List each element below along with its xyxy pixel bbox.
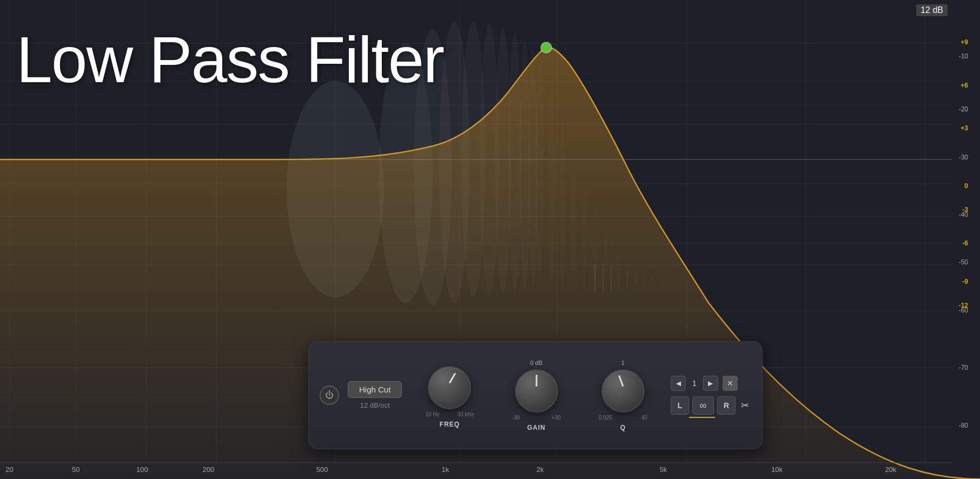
freq-2k: 2k [537, 465, 544, 474]
svg-point-47 [707, 284, 710, 300]
scale-minus60: -60 [959, 307, 968, 314]
gain-knob-wrapper [515, 369, 558, 413]
scale-minus80: -80 [959, 422, 968, 429]
freq-10k: 10k [771, 465, 783, 474]
power-button[interactable]: ⏻ [320, 385, 339, 405]
scissors-button[interactable]: ✂ [739, 397, 751, 414]
lr-underline [689, 417, 715, 418]
svg-point-59 [541, 42, 552, 53]
scale-minus6: -6 [962, 239, 968, 247]
scale-plus3: +3 [961, 124, 968, 132]
close-button[interactable]: ✕ [723, 376, 738, 391]
q-label: Q [620, 424, 626, 431]
nav-section: ◀ 1 ▶ ✕ L ∞ R ✂ [671, 376, 751, 415]
gain-range: -30 +30 [512, 415, 561, 421]
q-range: 0.025 40 [599, 415, 647, 421]
control-panel: ⏻ High Cut 12 dB/oct 10 Hz 30 kHz FREQ 0… [308, 341, 763, 449]
freq-1k: 1k [442, 465, 449, 474]
scale-minus70: -70 [959, 364, 968, 371]
q-knob-wrapper [601, 369, 645, 413]
scale-zero: 0 [964, 182, 968, 190]
scale-plus9: +9 [961, 38, 968, 46]
scale-minus40: -40 [959, 211, 968, 218]
q-top-label: 1 [621, 360, 625, 366]
gain-label: GAIN [527, 424, 546, 431]
link-button[interactable]: ∞ [692, 396, 714, 415]
freq-max: 30 kHz [457, 411, 474, 417]
scale-minus30: -30 [959, 154, 968, 161]
lr-row: L ∞ R ✂ [671, 396, 751, 415]
freq-50: 50 [72, 465, 80, 474]
scale-plus6: +6 [961, 82, 968, 89]
page-title: Low Pass Filter [16, 27, 443, 92]
filter-type-button[interactable]: High Cut [348, 381, 402, 398]
right-scale: +9 -10 +6 -20 +3 -30 0 -3 -40 -6 -50 -9 … [945, 0, 975, 479]
scale-minus50: -50 [959, 258, 968, 266]
filter-section: High Cut 12 dB/oct [348, 381, 402, 409]
left-channel-button[interactable]: L [671, 396, 689, 415]
freq-5k: 5k [660, 465, 667, 474]
q-knob[interactable] [601, 369, 645, 413]
freq-20k: 20k [885, 465, 896, 474]
right-channel-button[interactable]: R [717, 396, 736, 415]
q-min: 0.025 [599, 415, 612, 421]
freq-knob-section: 10 Hz 30 kHz FREQ [410, 363, 488, 428]
freq-100: 100 [136, 465, 148, 474]
gain-top-label: 0 dB [530, 360, 542, 366]
gain-max: +30 [552, 415, 561, 421]
freq-20: 20 [5, 465, 13, 474]
freq-min: 10 Hz [425, 411, 439, 417]
scale-minus20: -20 [959, 105, 968, 113]
freq-knob-wrapper [428, 366, 471, 409]
freq-knob[interactable] [428, 366, 471, 409]
q-knob-section: 1 0.025 40 Q [584, 360, 662, 431]
filter-slope-label: 12 dB/oct [360, 401, 390, 409]
scale-minus10: -10 [959, 52, 968, 60]
nav-row: ◀ 1 ▶ ✕ [671, 376, 751, 391]
gain-knob[interactable] [515, 369, 558, 413]
freq-range: 10 Hz 30 kHz [425, 411, 474, 417]
band-number: 1 [690, 379, 699, 388]
freq-label: FREQ [440, 421, 460, 428]
band-prev-button[interactable]: ◀ [671, 376, 686, 391]
eq-display: Low Pass Filter 12 dB +9 -10 +6 -20 +3 -… [0, 0, 980, 479]
freq-200: 200 [203, 465, 215, 474]
freq-500: 500 [316, 465, 328, 474]
gain-knob-section: 0 dB -30 +30 GAIN [498, 360, 575, 431]
band-next-button[interactable]: ▶ [703, 376, 718, 391]
q-max: 40 [641, 415, 647, 421]
gain-min: -30 [512, 415, 520, 421]
db-label: 12 dB [916, 4, 948, 16]
scale-minus9: -9 [962, 278, 968, 285]
